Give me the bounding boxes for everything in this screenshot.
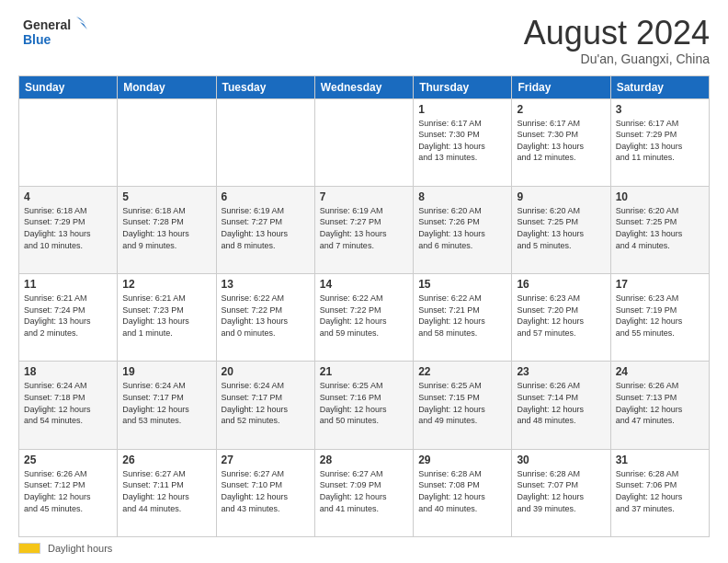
day-number: 24 [616, 365, 704, 378]
table-row: 11Sunrise: 6:21 AM Sunset: 7:24 PM Dayli… [19, 274, 118, 362]
col-sunday: Sunday [19, 75, 118, 98]
table-row: 7Sunrise: 6:19 AM Sunset: 7:27 PM Daylig… [314, 186, 413, 273]
table-row: 6Sunrise: 6:19 AM Sunset: 7:27 PM Daylig… [216, 186, 314, 273]
table-row: 23Sunrise: 6:26 AM Sunset: 7:14 PM Dayli… [512, 362, 610, 449]
day-number: 12 [122, 278, 210, 291]
table-row: 15Sunrise: 6:22 AM Sunset: 7:21 PM Dayli… [414, 274, 512, 362]
col-tuesday: Tuesday [216, 75, 314, 98]
day-number: 18 [24, 365, 112, 378]
col-saturday: Saturday [610, 75, 709, 98]
day-info: Sunrise: 6:22 AM Sunset: 7:22 PM Dayligh… [222, 293, 310, 339]
table-row: 17Sunrise: 6:23 AM Sunset: 7:19 PM Dayli… [610, 274, 709, 362]
svg-text:Blue: Blue [23, 32, 51, 47]
day-number: 22 [418, 365, 506, 378]
table-row: 28Sunrise: 6:27 AM Sunset: 7:09 PM Dayli… [314, 449, 413, 536]
day-info: Sunrise: 6:28 AM Sunset: 7:08 PM Dayligh… [418, 468, 506, 514]
table-row: 19Sunrise: 6:24 AM Sunset: 7:17 PM Dayli… [118, 362, 216, 449]
calendar-header-row: Sunday Monday Tuesday Wednesday Thursday… [19, 75, 710, 98]
table-row [118, 98, 216, 186]
logo: General Blue General Blue [18, 15, 92, 52]
col-friday: Friday [512, 75, 610, 98]
table-row: 2Sunrise: 6:17 AM Sunset: 7:30 PM Daylig… [512, 98, 610, 186]
table-row: 3Sunrise: 6:17 AM Sunset: 7:29 PM Daylig… [610, 98, 709, 186]
day-number: 13 [222, 278, 310, 291]
day-number: 27 [222, 454, 310, 466]
day-info: Sunrise: 6:24 AM Sunset: 7:18 PM Dayligh… [24, 380, 112, 426]
table-row: 24Sunrise: 6:26 AM Sunset: 7:13 PM Dayli… [610, 362, 709, 449]
table-row: 4Sunrise: 6:18 AM Sunset: 7:29 PM Daylig… [19, 186, 118, 273]
day-info: Sunrise: 6:20 AM Sunset: 7:26 PM Dayligh… [418, 205, 506, 251]
day-info: Sunrise: 6:22 AM Sunset: 7:22 PM Dayligh… [320, 293, 408, 339]
day-info: Sunrise: 6:27 AM Sunset: 7:09 PM Dayligh… [320, 468, 408, 514]
month-title: August 2024 [524, 15, 710, 52]
day-number: 30 [517, 454, 605, 466]
table-row: 29Sunrise: 6:28 AM Sunset: 7:08 PM Dayli… [414, 449, 512, 536]
calendar-row: 25Sunrise: 6:26 AM Sunset: 7:12 PM Dayli… [19, 449, 710, 536]
day-number: 21 [320, 365, 408, 378]
day-number: 4 [24, 190, 112, 203]
col-wednesday: Wednesday [314, 75, 413, 98]
day-info: Sunrise: 6:19 AM Sunset: 7:27 PM Dayligh… [222, 205, 310, 251]
day-number: 25 [24, 454, 112, 466]
table-row: 26Sunrise: 6:27 AM Sunset: 7:11 PM Dayli… [118, 449, 216, 536]
col-monday: Monday [118, 75, 216, 98]
calendar-row: 1Sunrise: 6:17 AM Sunset: 7:30 PM Daylig… [19, 98, 710, 186]
day-number: 3 [616, 103, 704, 116]
table-row: 16Sunrise: 6:23 AM Sunset: 7:20 PM Dayli… [512, 274, 610, 362]
table-row: 8Sunrise: 6:20 AM Sunset: 7:26 PM Daylig… [414, 186, 512, 273]
day-info: Sunrise: 6:18 AM Sunset: 7:28 PM Dayligh… [122, 205, 210, 251]
day-number: 31 [616, 454, 704, 466]
day-number: 14 [320, 278, 408, 291]
day-number: 29 [418, 454, 506, 466]
table-row: 14Sunrise: 6:22 AM Sunset: 7:22 PM Dayli… [314, 274, 413, 362]
day-number: 8 [418, 190, 506, 203]
daylight-swatch [18, 543, 40, 554]
day-info: Sunrise: 6:25 AM Sunset: 7:16 PM Dayligh… [320, 380, 408, 426]
day-number: 2 [517, 103, 605, 116]
header: General Blue General Blue August 2024 Du… [18, 15, 710, 66]
table-row: 20Sunrise: 6:24 AM Sunset: 7:17 PM Dayli… [216, 362, 314, 449]
calendar-row: 4Sunrise: 6:18 AM Sunset: 7:29 PM Daylig… [19, 186, 710, 273]
table-row [216, 98, 314, 186]
day-info: Sunrise: 6:17 AM Sunset: 7:29 PM Dayligh… [616, 118, 704, 164]
day-info: Sunrise: 6:27 AM Sunset: 7:11 PM Dayligh… [122, 468, 210, 514]
table-row [19, 98, 118, 186]
daylight-label: Daylight hours [48, 543, 112, 554]
day-info: Sunrise: 6:26 AM Sunset: 7:12 PM Dayligh… [24, 468, 112, 514]
svg-text:General: General [23, 17, 71, 32]
table-row: 30Sunrise: 6:28 AM Sunset: 7:07 PM Dayli… [512, 449, 610, 536]
day-info: Sunrise: 6:20 AM Sunset: 7:25 PM Dayligh… [616, 205, 704, 251]
day-number: 6 [222, 190, 310, 203]
col-thursday: Thursday [414, 75, 512, 98]
calendar: Sunday Monday Tuesday Wednesday Thursday… [18, 75, 710, 537]
location-subtitle: Du'an, Guangxi, China [524, 52, 710, 66]
table-row: 22Sunrise: 6:25 AM Sunset: 7:15 PM Dayli… [414, 362, 512, 449]
day-number: 20 [222, 365, 310, 378]
calendar-row: 18Sunrise: 6:24 AM Sunset: 7:18 PM Dayli… [19, 362, 710, 449]
day-number: 28 [320, 454, 408, 466]
day-number: 15 [418, 278, 506, 291]
table-row [314, 98, 413, 186]
day-info: Sunrise: 6:23 AM Sunset: 7:20 PM Dayligh… [517, 293, 605, 339]
day-info: Sunrise: 6:26 AM Sunset: 7:13 PM Dayligh… [616, 380, 704, 426]
day-number: 17 [616, 278, 704, 291]
day-number: 5 [122, 190, 210, 203]
table-row: 5Sunrise: 6:18 AM Sunset: 7:28 PM Daylig… [118, 186, 216, 273]
logo-icon: General Blue [18, 15, 92, 52]
table-row: 10Sunrise: 6:20 AM Sunset: 7:25 PM Dayli… [610, 186, 709, 273]
table-row: 31Sunrise: 6:28 AM Sunset: 7:06 PM Dayli… [610, 449, 709, 536]
day-number: 9 [517, 190, 605, 203]
table-row: 27Sunrise: 6:27 AM Sunset: 7:10 PM Dayli… [216, 449, 314, 536]
day-info: Sunrise: 6:24 AM Sunset: 7:17 PM Dayligh… [222, 380, 310, 426]
day-number: 26 [122, 454, 210, 466]
calendar-table: Sunday Monday Tuesday Wednesday Thursday… [18, 75, 710, 537]
day-info: Sunrise: 6:21 AM Sunset: 7:23 PM Dayligh… [122, 293, 210, 339]
day-info: Sunrise: 6:17 AM Sunset: 7:30 PM Dayligh… [418, 118, 506, 164]
table-row: 25Sunrise: 6:26 AM Sunset: 7:12 PM Dayli… [19, 449, 118, 536]
calendar-body: 1Sunrise: 6:17 AM Sunset: 7:30 PM Daylig… [19, 98, 710, 536]
day-info: Sunrise: 6:18 AM Sunset: 7:29 PM Dayligh… [24, 205, 112, 251]
day-info: Sunrise: 6:19 AM Sunset: 7:27 PM Dayligh… [320, 205, 408, 251]
day-info: Sunrise: 6:17 AM Sunset: 7:30 PM Dayligh… [517, 118, 605, 164]
day-number: 1 [418, 103, 506, 116]
day-info: Sunrise: 6:24 AM Sunset: 7:17 PM Dayligh… [122, 380, 210, 426]
